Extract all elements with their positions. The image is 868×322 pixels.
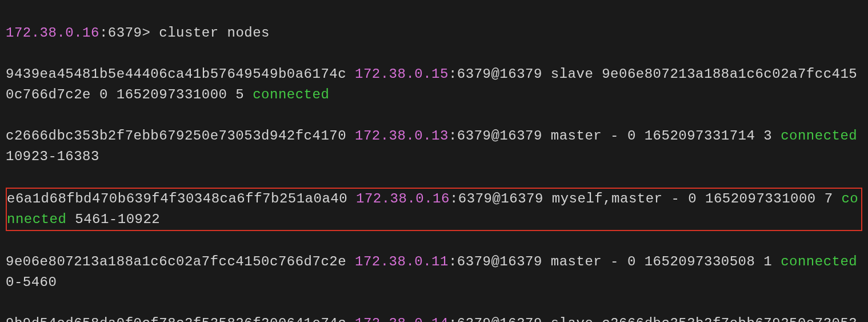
node-line-1: 9439ea45481b5e44406ca41b57649549b0a6174c… [6, 64, 862, 105]
node-ip: 172.38.0.15 [355, 66, 449, 82]
node-id: c2666dbc353b2f7ebb679250e73053d942fc4170 [6, 128, 355, 144]
node-status: connected [253, 87, 329, 102]
node-id: 9e06e807213a188a1c6c02a7fcc4150c766d7c2e [6, 254, 355, 269]
node-id: e6a1d68fbd470b639f4f30348ca6ff7b251a0a40 [7, 191, 356, 206]
node-slots: 5461-10922 [66, 212, 160, 227]
node-ip: 172.38.0.11 [355, 254, 449, 269]
node-addr: :6379@16379 myself,master - 0 1652097331… [450, 191, 842, 206]
node-line-4: 9e06e807213a188a1c6c02a7fcc4150c766d7c2e… [6, 252, 862, 293]
node-ip: 172.38.0.14 [355, 316, 449, 322]
prompt-command: cluster nodes [159, 25, 270, 41]
node-status: connected [781, 254, 857, 269]
prompt-port: :6379> [99, 25, 159, 41]
node-ip: 172.38.0.16 [356, 191, 450, 206]
prompt-line: 172.38.0.16:6379> cluster nodes [6, 23, 862, 43]
node-ip: 172.38.0.13 [355, 128, 449, 144]
prompt-ip: 172.38.0.16 [6, 25, 99, 41]
node-line-5: 9b9d54ed658da0f0cf78c2f535826f200641e74c… [6, 313, 862, 322]
node-line-2: c2666dbc353b2f7ebb679250e73053d942fc4170… [6, 126, 862, 167]
node-status: connected [781, 128, 857, 144]
highlighted-node-myself: e6a1d68fbd470b639f4f30348ca6ff7b251a0a40… [6, 188, 862, 231]
terminal-output[interactable]: 172.38.0.16:6379> cluster nodes 9439ea45… [0, 0, 868, 322]
node-id: 9b9d54ed658da0f0cf78c2f535826f200641e74c [6, 316, 355, 322]
node-addr: :6379@16379 master - 0 1652097331714 3 [449, 128, 781, 144]
node-id: 9439ea45481b5e44406ca41b57649549b0a6174c [6, 66, 355, 82]
node-addr: :6379@16379 master - 0 1652097330508 1 [449, 254, 781, 269]
